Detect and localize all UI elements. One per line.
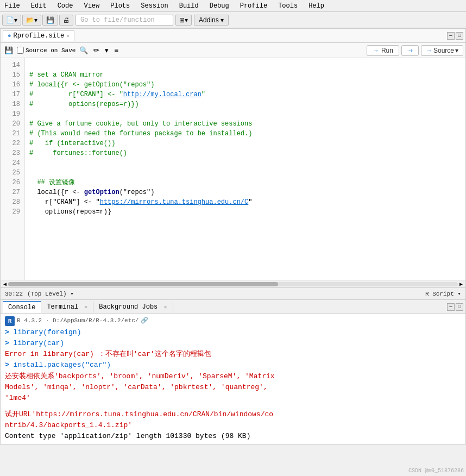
- tab-terminal[interactable]: Terminal ✕: [41, 302, 93, 312]
- cursor-position: 30:22: [5, 291, 23, 297]
- editor-toolbar-left: 💾 Source on Save 🔍 ✏ ▾ ≡: [3, 46, 364, 55]
- editor-toolbar: 💾 Source on Save 🔍 ✏ ▾ ≡ → Run ⇢ → Sourc…: [1, 43, 465, 58]
- run-button[interactable]: → Run: [367, 45, 399, 56]
- menu-profile[interactable]: Profile: [238, 2, 269, 10]
- scroll-left-btn[interactable]: ◀: [2, 281, 8, 287]
- console-line-install: > install.packages("car"): [5, 360, 461, 371]
- console-line-library-car: > library(car): [5, 338, 461, 349]
- tab-label: Rprofile.site: [14, 32, 65, 40]
- content-type-text: Content type 'application/zip' length 10…: [5, 432, 250, 440]
- workspace-btn[interactable]: ⊞▾: [175, 15, 192, 26]
- compile-btn[interactable]: ≡: [112, 46, 120, 55]
- print-btn[interactable]: 🖨: [59, 15, 73, 26]
- menu-code[interactable]: Code: [55, 2, 75, 10]
- r-version-line: R R 4.3.2 · D:/AppSum/R/R-4.3.2/etc/ 🔗: [5, 316, 461, 326]
- menu-edit[interactable]: Edit: [29, 2, 49, 10]
- console-tab-bar: Console Terminal ✕ Background Jobs ✕ ─ □: [1, 300, 465, 314]
- toolbar-arrow-btn[interactable]: ▾: [103, 46, 110, 55]
- menu-tools[interactable]: Tools: [276, 2, 300, 10]
- console-line-url2: ntrib/4.3/backports_1.4.1.zip': [5, 420, 461, 431]
- tab-close-btn[interactable]: ✕: [66, 33, 70, 39]
- menu-view[interactable]: View: [81, 2, 102, 10]
- file-toolbar-group: 📄▾ 📂▾ 💾 🖨: [2, 15, 73, 26]
- open-file-btn[interactable]: 📂▾: [22, 15, 41, 26]
- run-label: Run: [381, 47, 393, 54]
- editor-status-bar: 30:22 (Top Level) ▾ R Script ▾: [1, 287, 465, 299]
- deps-text-2: Models', 'minqa', 'nloptr', 'carData', '…: [5, 383, 268, 391]
- addins-btn[interactable]: Addins ▾: [194, 15, 229, 26]
- console-maximize-btn[interactable]: □: [456, 303, 463, 311]
- cmd-library-foreign: library(foreign): [14, 328, 81, 336]
- console-line-error: Error in library(car) ：不存在叫'car'这个名字的程辑包: [5, 349, 461, 360]
- run-previous-btn[interactable]: ⇢: [401, 45, 419, 56]
- console-line-deps2: Models', 'minqa', 'nloptr', 'carData', '…: [5, 382, 461, 393]
- source-on-save-checkbox[interactable]: [17, 47, 24, 54]
- prompt-symbol-3: >: [5, 361, 14, 369]
- source-dropdown-icon[interactable]: ▾: [455, 47, 458, 54]
- editor-tab-rprofile[interactable]: ● Rprofile.site ✕: [3, 30, 74, 41]
- run-arrow-icon: →: [373, 47, 379, 54]
- console-window-controls: ─ □: [447, 303, 463, 311]
- code-editor[interactable]: 14 15 16 17 18 19 20 21 22 23 24 25 26 2…: [1, 58, 465, 280]
- horizontal-scrollbar[interactable]: ◀ ▶: [1, 280, 465, 287]
- url-text-2: ntrib/4.3/backports_1.4.1.zip': [5, 421, 132, 429]
- go-to-file-label: Go to file/function: [80, 16, 155, 24]
- menu-plots[interactable]: Plots: [108, 2, 132, 10]
- editor-tab-bar: ● Rprofile.site ✕ ─ □: [1, 29, 465, 43]
- menu-file[interactable]: File: [2, 2, 22, 10]
- source-button[interactable]: → Source ▾: [421, 45, 463, 56]
- console-empty-line: [5, 404, 461, 409]
- code-text[interactable]: # set a CRAN mirror # local({r <- getOpt…: [25, 58, 465, 280]
- cmd-library-car: library(car): [14, 339, 65, 347]
- editor-minimize-btn[interactable]: ─: [447, 32, 455, 40]
- source-arrow-icon: →: [426, 47, 432, 54]
- editor-toolbar-right: → Run ⇢ → Source ▾: [367, 45, 463, 56]
- prompt-symbol: >: [5, 328, 14, 336]
- r-path-link[interactable]: 🔗: [141, 316, 148, 325]
- console-minimize-btn[interactable]: ─: [447, 303, 455, 311]
- console-tab-label: Console: [8, 304, 35, 311]
- console-line-library-foreign: > library(foreign): [5, 327, 461, 338]
- scope-indicator[interactable]: (Top Level) ▾: [27, 290, 74, 297]
- go-to-file-input[interactable]: Go to file/function: [75, 15, 173, 26]
- edit-icon-btn[interactable]: ✏: [92, 46, 101, 55]
- save-icon-btn[interactable]: 💾: [3, 46, 15, 55]
- scrollbar-thumb[interactable]: [8, 282, 278, 286]
- menu-help[interactable]: Help: [306, 2, 326, 10]
- menu-build[interactable]: Build: [177, 2, 201, 10]
- editor-window-controls: ─ □: [447, 32, 463, 40]
- console-line-url: 试开URL'https://mirrors.tuna.tsinghua.edu.…: [5, 409, 461, 420]
- bg-jobs-tab-label: Background Jobs: [99, 303, 158, 311]
- editor-maximize-btn[interactable]: □: [456, 32, 463, 40]
- scroll-right-btn[interactable]: ▶: [458, 281, 464, 287]
- line-numbers: 14 15 16 17 18 19 20 21 22 23 24 25 26 2…: [1, 58, 25, 280]
- top-toolbar: 📄▾ 📂▾ 💾 🖨 Go to file/function ⊞▾ Addins …: [0, 12, 466, 28]
- menu-bar: File Edit Code View Plots Session Build …: [0, 0, 466, 12]
- file-type-indicator[interactable]: R Script ▾: [425, 290, 461, 297]
- menu-session[interactable]: Session: [138, 2, 170, 10]
- tab-icon: ●: [8, 33, 11, 39]
- save-btn[interactable]: 💾: [42, 15, 58, 26]
- watermark: CSDN @m0_51876286: [408, 468, 464, 474]
- scrollbar-track[interactable]: [8, 282, 458, 286]
- cmd-install-car: install.packages("car"): [14, 361, 111, 369]
- console-line-deps3: 'lme4': [5, 393, 461, 404]
- tab-background-jobs[interactable]: Background Jobs ✕: [93, 302, 173, 312]
- tab-console[interactable]: Console: [3, 301, 41, 313]
- console-line-content-type: Content type 'application/zip' length 10…: [5, 431, 461, 442]
- source-on-save-label: Source on Save: [26, 47, 75, 54]
- bg-jobs-close-icon[interactable]: ✕: [164, 304, 167, 310]
- terminal-close-icon[interactable]: ✕: [84, 304, 87, 310]
- console-line-deps: 还安装相依关系'backports', 'broom', 'numDeriv',…: [5, 371, 461, 382]
- search-icon-btn[interactable]: 🔍: [78, 46, 90, 55]
- source-on-save-group: Source on Save: [17, 47, 75, 54]
- run-prev-icon: ⇢: [407, 47, 413, 54]
- prompt-symbol-2: >: [5, 339, 14, 347]
- new-file-btn[interactable]: 📄▾: [2, 15, 21, 26]
- console-content[interactable]: R R 4.3.2 · D:/AppSum/R/R-4.3.2/etc/ 🔗 >…: [1, 314, 465, 444]
- deps-text-1: 还安装相依关系'backports', 'broom', 'numDeriv',…: [5, 372, 275, 380]
- r-version-text: R 4.3.2 · D:/AppSum/R/R-4.3.2/etc/: [17, 316, 138, 325]
- source-label: Source: [433, 47, 454, 54]
- menu-debug[interactable]: Debug: [207, 2, 231, 10]
- terminal-tab-label: Terminal: [47, 303, 78, 311]
